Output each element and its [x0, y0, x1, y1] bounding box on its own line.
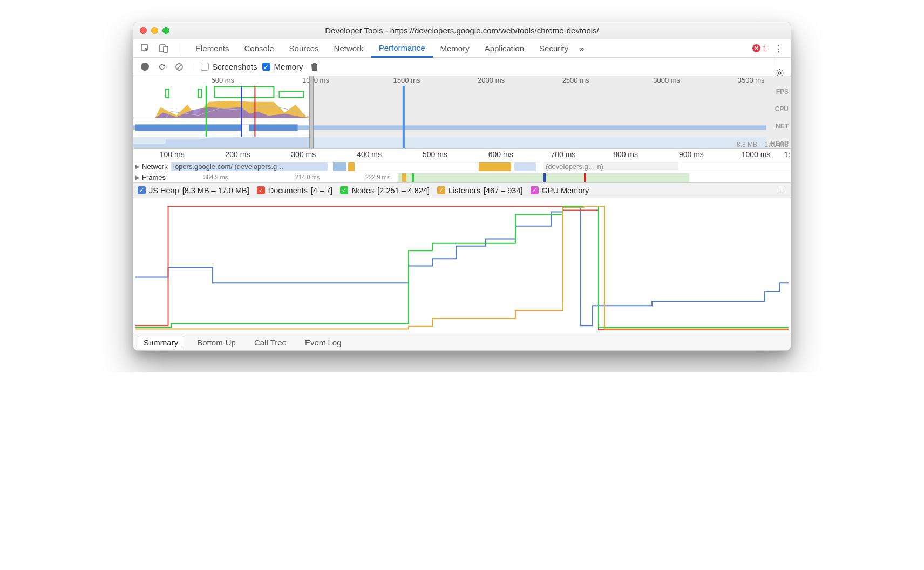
ruler-tick: 1000 ms — [302, 76, 329, 84]
memory-checkbox[interactable]: ✓ Memory — [262, 62, 303, 71]
network-bar: lopers.google.com/ (developers.g… — [171, 162, 328, 171]
tab-security[interactable]: Security — [532, 39, 576, 58]
overview-ruler: 500 ms 1000 ms 1500 ms 2000 ms 2500 ms 3… — [133, 76, 783, 86]
tab-network[interactable]: Network — [327, 39, 371, 58]
record-button[interactable] — [139, 61, 151, 73]
legend-js-heap[interactable]: ✓ JS Heap [8.3 MB – 17.0 MB] — [138, 186, 249, 195]
trash-button[interactable] — [309, 61, 321, 73]
svg-line-4 — [177, 65, 181, 69]
ruler-tick: 3000 ms — [653, 76, 680, 84]
titlebar: Developer Tools - https://developers.goo… — [133, 22, 791, 39]
ruler-tick: 800 ms — [613, 150, 638, 159]
checkbox-checked-icon: ✓ — [437, 186, 445, 194]
separator — [776, 55, 776, 65]
network-bar — [514, 162, 536, 171]
tab-memory[interactable]: Memory — [433, 39, 477, 58]
tab-event-log[interactable]: Event Log — [300, 336, 347, 349]
lane-fps: FPS — [766, 88, 789, 96]
legend-menu-icon[interactable]: ≡ — [780, 186, 786, 195]
network-bar — [479, 162, 511, 171]
error-icon: ✕ — [752, 44, 760, 52]
ruler-tick: 600 ms — [488, 150, 513, 159]
error-indicator[interactable]: ✕ 1 — [752, 44, 767, 53]
svg-rect-2 — [164, 46, 168, 52]
minimize-icon[interactable] — [151, 27, 158, 34]
checkbox-icon — [201, 63, 209, 71]
overview-heap-range: 8.3 MB – 17.0 MB — [737, 141, 789, 148]
svg-rect-12 — [241, 124, 249, 131]
legend-nodes[interactable]: ✓ Nodes [2 251 – 4 824] — [340, 186, 430, 195]
memory-legend: ✓ JS Heap [8.3 MB – 17.0 MB] ✓ Documents… — [133, 183, 791, 198]
tab-elements[interactable]: Elements — [188, 39, 237, 58]
checkbox-checked-icon: ✓ — [340, 186, 348, 194]
kebab-menu-icon[interactable]: ⋮ — [772, 43, 784, 55]
ruler-tick: 500 ms — [211, 76, 234, 84]
frame-marker — [412, 173, 414, 182]
frame-marker — [543, 173, 546, 182]
device-toggle-icon[interactable] — [158, 43, 170, 55]
ruler-tick: 100 ms — [160, 150, 185, 159]
bottom-tabs: Summary Bottom-Up Call Tree Event Log — [133, 333, 791, 350]
checkbox-checked-icon: ✓ — [262, 63, 270, 71]
legend-documents[interactable]: ✓ Documents [4 – 7] — [257, 186, 333, 195]
overview-panel[interactable]: 500 ms 1000 ms 1500 ms 2000 ms 2500 ms 3… — [133, 76, 791, 149]
overview-graphs — [133, 86, 766, 148]
close-icon[interactable] — [140, 27, 147, 34]
checkbox-checked-icon: ✓ — [257, 186, 265, 194]
separator — [193, 62, 193, 72]
traffic-lights — [133, 27, 169, 34]
detail-ruler: 100 ms 200 ms 300 ms 400 ms 500 ms 600 m… — [133, 149, 791, 161]
tab-application[interactable]: Application — [477, 39, 532, 58]
checkbox-checked-icon: ✓ — [531, 186, 539, 194]
tab-call-tree[interactable]: Call Tree — [249, 336, 292, 349]
svg-rect-8 — [214, 87, 274, 98]
svg-point-5 — [778, 72, 781, 74]
disclosure-icon: ▶ — [135, 164, 140, 169]
tab-bottom-up[interactable]: Bottom-Up — [192, 336, 241, 349]
error-count: 1 — [763, 44, 767, 53]
network-bar: (developers.g… n) — [543, 162, 678, 171]
more-tabs-icon[interactable]: » — [576, 43, 588, 55]
detail-panel[interactable]: 100 ms 200 ms 300 ms 400 ms 500 ms 600 m… — [133, 149, 791, 183]
perf-toolbar: Screenshots ✓ Memory — [133, 58, 791, 76]
overview-lane-labels: FPS CPU NET HEAP — [766, 86, 791, 148]
ruler-tick: 300 ms — [291, 150, 316, 159]
memory-chart[interactable] — [133, 198, 791, 333]
frames-row[interactable]: ▶Frames 364.9 ms 214.0 ms 222.9 ms — [133, 172, 791, 182]
devtools-window: Developer Tools - https://developers.goo… — [133, 22, 791, 351]
frame-marker — [584, 173, 586, 182]
legend-gpu-memory[interactable]: ✓ GPU Memory — [531, 186, 589, 195]
ruler-tick: 2000 ms — [478, 76, 505, 84]
tab-sources[interactable]: Sources — [282, 39, 327, 58]
svg-rect-6 — [166, 89, 169, 98]
frame-time: 364.9 ms — [203, 174, 228, 180]
lane-cpu: CPU — [766, 105, 789, 113]
clear-button[interactable] — [173, 61, 185, 73]
ruler-tick: 1: — [784, 150, 791, 159]
ruler-tick: 200 ms — [226, 150, 250, 159]
ruler-tick: 500 ms — [423, 150, 447, 159]
network-row[interactable]: ▶Network lopers.google.com/ (developers.… — [133, 161, 791, 172]
separator — [179, 43, 179, 54]
legend-listeners[interactable]: ✓ Listeners [467 – 934] — [437, 186, 522, 195]
zoom-icon[interactable] — [162, 27, 169, 34]
frame-marker — [402, 173, 406, 182]
tab-performance[interactable]: Performance — [371, 39, 433, 58]
frame-time: 222.9 ms — [365, 174, 390, 180]
tab-summary[interactable]: Summary — [138, 336, 184, 349]
frame-time: 214.0 ms — [295, 174, 320, 180]
screenshots-checkbox[interactable]: Screenshots — [201, 62, 257, 71]
overview-handle[interactable] — [309, 76, 314, 148]
tab-console[interactable]: Console — [237, 39, 282, 58]
ruler-tick: 2500 ms — [562, 76, 589, 84]
reload-button[interactable] — [156, 61, 168, 73]
ruler-tick: 1500 ms — [393, 76, 420, 84]
inspect-icon[interactable] — [140, 43, 152, 55]
svg-rect-7 — [198, 89, 201, 98]
window-title: Developer Tools - https://developers.goo… — [133, 26, 791, 35]
checkbox-checked-icon: ✓ — [138, 186, 146, 194]
ruler-tick: 900 ms — [679, 150, 704, 159]
network-bar — [333, 162, 346, 171]
svg-rect-11 — [135, 124, 298, 131]
disclosure-icon: ▶ — [135, 174, 140, 180]
